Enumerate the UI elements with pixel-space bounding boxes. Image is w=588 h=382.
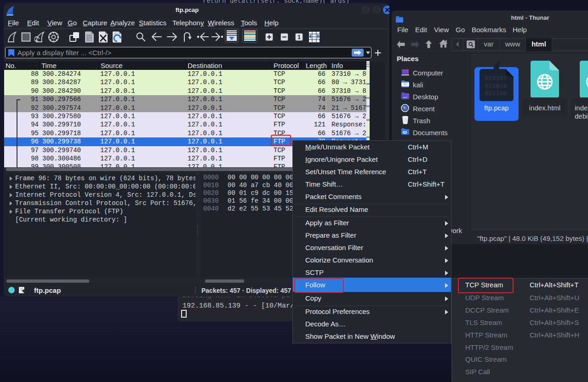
svg-text:1: 1: [297, 34, 301, 40]
svg-text:011100: 011100: [485, 90, 507, 97]
svg-text:010101: 010101: [485, 75, 507, 82]
svg-text:011010: 011010: [485, 83, 507, 90]
svg-text:0111: 0111: [86, 39, 92, 42]
